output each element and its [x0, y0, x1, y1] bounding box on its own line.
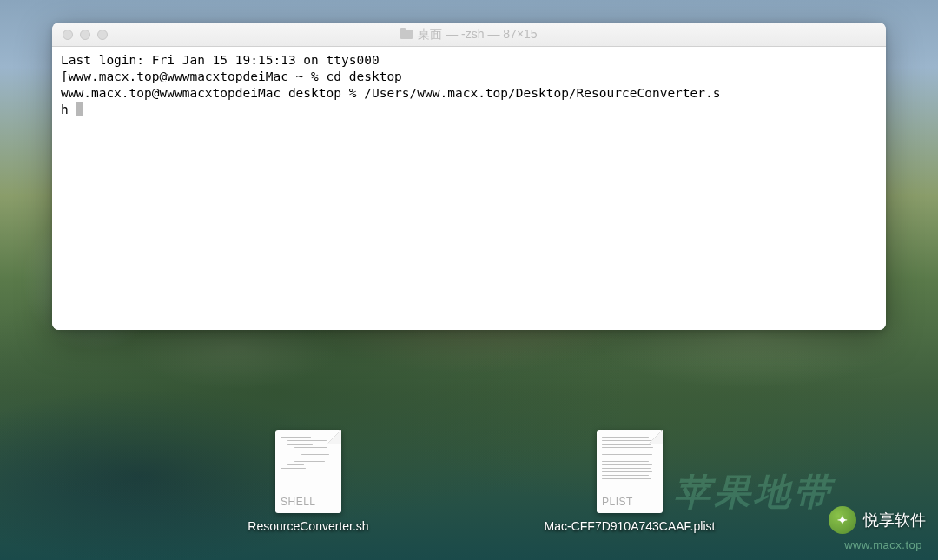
desktop-file[interactable]: SHELL ResourceConverter.sh [217, 430, 400, 534]
window-titlebar[interactable]: 桌面 — -zsh — 87×15 [52, 23, 886, 47]
wechat-icon: ✦ [829, 506, 856, 534]
plist-file-icon: PLIST [597, 430, 663, 513]
shell-file-icon: SHELL [275, 430, 341, 513]
terminal-line: h [61, 102, 76, 116]
terminal-window: 桌面 — -zsh — 87×15 Last login: Fri Jan 15… [52, 23, 886, 330]
watermark-background: 苹果地带 [674, 468, 834, 517]
file-type-label: SHELL [281, 496, 316, 508]
file-name-label: Mac-CFF7D910A743CAAF.plist [545, 518, 716, 534]
folder-icon [400, 30, 413, 39]
terminal-line: www.macx.top@wwwmacxtopdeiMac desktop % … [61, 86, 721, 100]
minimize-button[interactable] [80, 30, 90, 40]
zoom-button[interactable] [97, 30, 108, 40]
watermark-url: www.macx.top [844, 538, 922, 551]
terminal-content[interactable]: Last login: Fri Jan 15 19:15:13 on ttys0… [52, 47, 886, 330]
watermark-brand: 悦享软件 [863, 510, 926, 530]
file-name-label: ResourceConverter.sh [248, 518, 368, 534]
terminal-line: [www.macx.top@wwwmacxtopdeiMac ~ % cd de… [61, 69, 402, 83]
window-title: 桌面 — -zsh — 87×15 [52, 27, 886, 43]
terminal-line: Last login: Fri Jan 15 19:15:13 on ttys0… [61, 53, 380, 67]
cursor [76, 102, 83, 116]
watermark: ✦ 悦享软件 [829, 506, 926, 534]
traffic-lights [52, 30, 108, 40]
file-type-label: PLIST [602, 496, 633, 508]
close-button[interactable] [63, 30, 73, 40]
window-title-text: 桌面 — -zsh — 87×15 [418, 27, 537, 43]
